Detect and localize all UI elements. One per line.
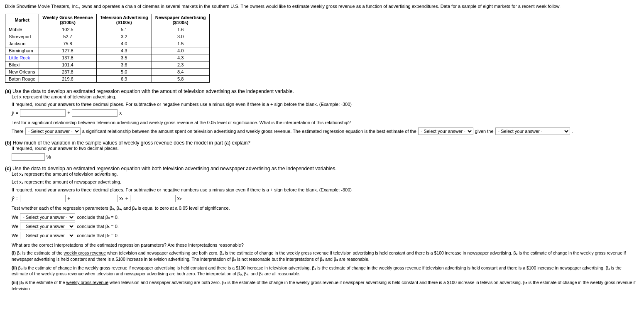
col-header-revenue: Weekly Gross Revenue($100s)	[39, 14, 96, 26]
eq-plus-c1: +	[67, 196, 70, 201]
table-cell: 1.6	[152, 26, 209, 33]
table-cell: 2.3	[152, 61, 209, 69]
table-cell: 3.6	[96, 61, 152, 69]
there-label: There	[12, 129, 24, 134]
dropdown-relationship[interactable]: - Select your answer - is is not	[25, 127, 81, 135]
part-a-block: (a) Use the data to develop an estimated…	[5, 88, 639, 135]
market-name: Birmingham	[5, 47, 39, 54]
col-header-market: Market	[5, 14, 39, 26]
interp-label-iii: (iii)	[12, 280, 18, 285]
table-cell: 8.4	[152, 69, 209, 76]
table-cell: 5.8	[152, 76, 209, 83]
interp-text-i: β₀ is the estimate of the weekly gross r…	[12, 250, 626, 262]
eq-yhat-a: ŷ =	[12, 110, 18, 116]
eq-input-b1[interactable]	[72, 109, 118, 117]
part-a-label: (a)	[5, 88, 11, 94]
given-the-label: given the	[475, 129, 494, 134]
table-cell: 219.6	[39, 76, 96, 83]
table-cell: 52.7	[39, 33, 96, 40]
let-x-note: Let x represent the amount of television…	[12, 94, 639, 99]
significance-row: There - Select your answer - is is not a…	[12, 127, 639, 135]
eq-plus-a: +	[67, 110, 70, 116]
table-row: Shreveport52.73.23.0	[5, 33, 210, 40]
interp-text-ii: β₀ is the estimate of change in the week…	[12, 265, 622, 277]
percent-symbol: %	[47, 154, 51, 160]
percent-input[interactable]	[12, 153, 45, 161]
eq-input-b1-c[interactable]	[72, 195, 118, 202]
rounding-note-c: If required, round your answers to three…	[12, 187, 639, 192]
table-cell: 5.1	[96, 26, 152, 33]
table-row: Jackson75.84.01.5	[5, 40, 210, 47]
col-header-tv: Television Advertising($100s)	[96, 14, 152, 26]
eq-input-b2-c[interactable]	[130, 195, 176, 202]
table-cell: 4.0	[152, 47, 209, 54]
data-table: Market Weekly Gross Revenue($100s) Telev…	[5, 14, 210, 83]
table-cell: 4.3	[152, 54, 209, 61]
conclude-row-1: We - Select your answer - reject H₀ cann…	[12, 223, 639, 230]
market-name: Baton Rouge	[5, 76, 39, 83]
dropdown-given[interactable]: - Select your answer - population relati…	[495, 127, 570, 135]
eq-x2-label: x₂	[177, 196, 182, 201]
table-cell: 6.9	[96, 76, 152, 83]
table-cell: 75.8	[39, 40, 96, 47]
part-c-label: (c)	[5, 166, 11, 172]
let-x1-note: Let x₁ represent the amount of televisio…	[12, 172, 639, 177]
middle-text-a: a significant relationship between the a…	[82, 129, 416, 134]
conclude-text-1: conclude that β₁ = 0.	[77, 224, 119, 229]
table-row: New Orleans237.85.08.4	[5, 69, 210, 76]
let-x2-note: Let x₂ represent the amount of newspaper…	[12, 179, 639, 185]
part-c-block: (c) Use the data to develop an estimated…	[5, 166, 639, 292]
market-name: Little Rock	[5, 54, 39, 61]
table-row: Mobile102.55.11.6	[5, 26, 210, 33]
interp-label-i: (i)	[12, 250, 16, 255]
table-cell: 3.2	[96, 33, 152, 40]
dropdown-conclude-1[interactable]: - Select your answer - reject H₀ cannot …	[20, 223, 75, 230]
table-cell: 137.8	[39, 54, 96, 61]
interp-question: What are the correct interpretations of …	[12, 243, 639, 247]
equation-row-a: ŷ = + x	[12, 109, 639, 117]
part-a-question: (a) Use the data to develop an estimated…	[5, 88, 639, 94]
part-b-question: (b) How much of the variation in the sam…	[5, 140, 639, 146]
test-intro-c: Test whether each of the regression para…	[12, 206, 639, 211]
eq-input-b0[interactable]	[20, 109, 66, 117]
interp-label-ii: (ii)	[12, 265, 17, 270]
dropdown-conclude-2[interactable]: - Select your answer - reject H₀ cannot …	[20, 232, 75, 239]
part-b-label: (b)	[5, 140, 11, 146]
table-row: Birmingham127.84.34.0	[5, 47, 210, 54]
part-c-indent: Let x₁ represent the amount of televisio…	[12, 172, 639, 292]
interp-text-iii: β₀ is the estimate of the weekly gross r…	[12, 280, 636, 291]
rounding-note-a: If required, round your answers to three…	[12, 102, 639, 107]
rounding-note-b: If required, round your answer to two de…	[12, 146, 639, 151]
table-cell: 3.0	[152, 33, 209, 40]
part-b-indent: If required, round your answer to two de…	[12, 146, 639, 161]
conclude-text-0: conclude that β₀ = 0.	[77, 215, 119, 220]
part-a-indent: Let x represent the amount of television…	[12, 94, 639, 135]
eq-x-label: x	[119, 110, 122, 116]
market-name: Shreveport	[5, 33, 39, 40]
table-cell: 4.0	[96, 40, 152, 47]
table-row: Baton Rouge219.66.95.8	[5, 76, 210, 83]
we-label-0: We	[12, 215, 18, 220]
table-cell: 127.8	[39, 47, 96, 54]
conclude-text-2: conclude that β₂ = 0.	[77, 233, 119, 238]
we-label-2: We	[12, 233, 18, 238]
conclude-row-0: We - Select your answer - reject H₀ cann…	[12, 213, 639, 221]
part-c-question: (c) Use the data to develop an estimated…	[5, 166, 639, 172]
conclude-row-2: We - Select your answer - reject H₀ cann…	[12, 232, 639, 239]
table-cell: 1.5	[152, 40, 209, 47]
intro-text: Dixie Showtime Movie Theaters, Inc., own…	[5, 3, 639, 10]
we-label-1: We	[12, 224, 18, 229]
market-name: Mobile	[5, 26, 39, 33]
dropdown-conclude-0[interactable]: - Select your answer - reject H₀ cannot …	[20, 213, 75, 221]
dropdown-population-sample[interactable]: - Select your answer - population sample	[418, 127, 473, 135]
eq-input-b0-c[interactable]	[20, 195, 66, 202]
equation-row-c: ŷ = + x₁ + x₂	[12, 195, 639, 202]
percent-row: %	[12, 153, 639, 161]
eq-x1-label: x₁ +	[119, 196, 128, 201]
table-row: Biloxi101.43.62.3	[5, 61, 210, 69]
eq-yhat-c: ŷ =	[12, 196, 18, 201]
test-question-a: Test for a significant relationship betw…	[12, 120, 639, 125]
table-cell: 4.3	[96, 47, 152, 54]
table-cell: 101.4	[39, 61, 96, 69]
interp-item-i: (i) β₀ is the estimate of the weekly gro…	[12, 250, 639, 262]
